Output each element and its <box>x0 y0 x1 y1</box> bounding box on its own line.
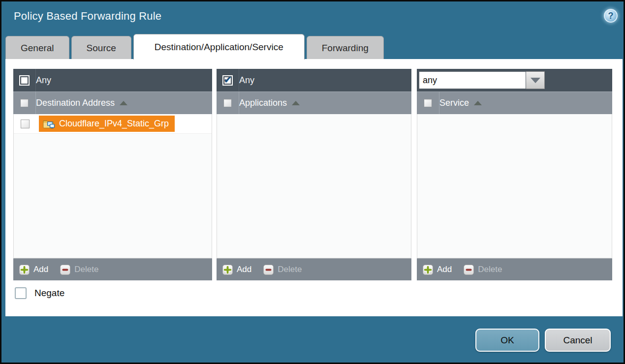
applications-delete-button[interactable]: Delete <box>263 265 302 275</box>
chevron-down-icon <box>531 78 540 83</box>
ok-button[interactable]: OK <box>475 329 539 352</box>
tab-source[interactable]: Source <box>71 36 131 60</box>
negate-checkbox[interactable] <box>15 287 27 299</box>
service-column: any Service Add <box>417 69 612 280</box>
dialog-title: Policy Based Forwarding Rule <box>14 10 161 23</box>
destination-address-header[interactable]: Destination Address <box>36 98 115 108</box>
checkmark-icon: ✔ <box>224 75 232 85</box>
applications-list <box>217 114 411 258</box>
applications-any-checkbox[interactable]: ✔ <box>222 75 233 86</box>
destination-address-header-row: Destination Address <box>13 91 212 114</box>
minus-icon <box>263 265 274 275</box>
applications-any-bar: ✔ Any <box>217 69 411 91</box>
applications-select-all-checkbox[interactable] <box>223 99 232 107</box>
service-dropdown-value[interactable]: any <box>419 71 526 89</box>
applications-footer: Add Delete <box>217 258 411 280</box>
destination-any-checkbox[interactable] <box>19 75 30 86</box>
help-icon[interactable]: ? <box>604 9 618 23</box>
destination-add-button[interactable]: Add <box>19 265 48 275</box>
destination-row-checkbox[interactable] <box>21 120 30 128</box>
destination-item[interactable]: Cloudflare_IPv4_Static_Grp <box>39 116 175 132</box>
negate-label: Negate <box>34 288 64 299</box>
applications-any-label: Any <box>239 75 254 86</box>
destination-any-bar: Any <box>13 69 212 91</box>
service-dropdown-button[interactable] <box>526 71 545 89</box>
service-list <box>417 114 612 258</box>
destination-delete-button[interactable]: Delete <box>60 265 98 275</box>
destination-select-all-checkbox[interactable] <box>20 99 29 107</box>
sort-ascending-icon <box>292 101 300 105</box>
service-footer: Add Delete <box>417 258 612 280</box>
sort-ascending-icon <box>474 101 482 105</box>
service-add-button[interactable]: Add <box>423 265 452 275</box>
tab-bar: General Source Destination/Application/S… <box>5 34 384 60</box>
service-header-row: Service <box>417 91 612 114</box>
address-group-icon <box>43 119 55 129</box>
destination-any-label: Any <box>36 75 51 86</box>
table-row[interactable]: Cloudflare_IPv4_Static_Grp <box>14 114 212 134</box>
plus-icon <box>222 265 233 275</box>
service-any-bar: any <box>417 69 612 91</box>
destination-footer: Add Delete <box>13 258 212 280</box>
tab-destination-application-service[interactable]: Destination/Application/Service <box>133 34 305 60</box>
negate-row: Negate <box>15 287 64 299</box>
plus-icon <box>423 265 433 275</box>
tab-general[interactable]: General <box>5 36 69 60</box>
service-delete-button[interactable]: Delete <box>464 265 502 275</box>
applications-column: ✔ Any Applications Add <box>217 69 411 280</box>
plus-icon <box>19 265 30 275</box>
applications-header-row: Applications <box>217 91 411 114</box>
minus-icon <box>464 265 474 275</box>
cancel-button[interactable]: Cancel <box>545 329 611 352</box>
sort-ascending-icon <box>120 101 127 105</box>
destination-item-label: Cloudflare_IPv4_Static_Grp <box>59 119 169 129</box>
pbf-rule-dialog: Policy Based Forwarding Rule ? General S… <box>0 0 625 364</box>
service-select-all-checkbox[interactable] <box>424 99 432 107</box>
tab-forwarding[interactable]: Forwarding <box>307 36 384 60</box>
minus-icon <box>60 265 70 275</box>
applications-add-button[interactable]: Add <box>222 265 251 275</box>
service-header[interactable]: Service <box>439 98 469 108</box>
destination-address-list: Cloudflare_IPv4_Static_Grp <box>13 114 212 258</box>
destination-address-column: Any Destination Address <box>13 69 212 280</box>
service-dropdown[interactable]: any <box>419 71 545 89</box>
applications-header[interactable]: Applications <box>239 98 287 108</box>
